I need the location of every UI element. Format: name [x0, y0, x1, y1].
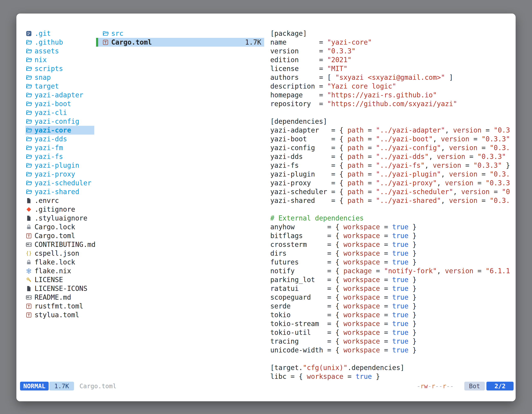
file-name: LICENSE	[35, 275, 63, 284]
preview-line: ratatui = { workspace = true }	[270, 284, 515, 293]
file-row[interactable]: yazi-adapter	[26, 91, 94, 99]
folder-open-icon	[26, 109, 32, 116]
file-row[interactable]: stylua.toml	[26, 310, 94, 319]
file-name: Cargo.toml	[35, 231, 75, 240]
file-name: README.md	[35, 293, 71, 302]
file-row[interactable]: yazi-config	[26, 117, 94, 126]
folder-open-icon	[26, 74, 32, 81]
preview-line: # External dependencies	[270, 214, 515, 222]
file-size-badge: 1.7K	[49, 382, 74, 390]
preview-line: tokio-util = { workspace = true }	[270, 328, 515, 337]
file-row[interactable]: yazi-cli	[26, 108, 94, 117]
file-row[interactable]: assets	[26, 47, 94, 55]
scroll-position-badge: Bot	[464, 382, 485, 390]
current-directory-pane[interactable]: srcCargo.toml1.7K	[96, 29, 264, 47]
preview-line: [dependencies]	[270, 117, 515, 126]
file-row[interactable]: flake.nix	[26, 267, 94, 275]
folder-open-icon	[26, 144, 32, 152]
lock-icon	[26, 259, 32, 266]
file-row[interactable]: LICENSE-ICONS	[26, 284, 94, 293]
file-row[interactable]: Cargo.toml	[26, 231, 94, 240]
file-row[interactable]: src	[96, 29, 264, 38]
markdown-icon	[26, 294, 32, 301]
file-name: stylua.toml	[35, 310, 79, 319]
file-row[interactable]: .envrc	[26, 196, 94, 205]
preview-line: yazi-dds = { path = "../yazi-dds", versi…	[270, 152, 515, 161]
preview-line: crossterm = { workspace = true }	[270, 240, 515, 249]
file-row[interactable]: yazi-proxy	[26, 170, 94, 179]
file-row[interactable]: .gitignore	[26, 205, 94, 214]
status-filename: Cargo.toml	[80, 383, 116, 390]
toml-icon	[26, 232, 32, 240]
folder-open-icon	[26, 65, 32, 72]
folder-open-icon	[26, 48, 32, 55]
file-name: yazi-boot	[35, 99, 71, 108]
file-row[interactable]: rustfmt.toml	[26, 302, 94, 310]
folder-open-icon	[26, 83, 32, 90]
file-name: yazi-fs	[35, 152, 63, 161]
file-row[interactable]: yazi-dds	[26, 135, 94, 143]
file-name: LICENSE-ICONS	[35, 284, 87, 293]
folder-open-icon	[26, 91, 32, 99]
file-row[interactable]: cspell.json	[26, 249, 94, 258]
file-row[interactable]: yazi-boot	[26, 99, 94, 108]
file-name: yazi-adapter	[35, 91, 83, 99]
file-row[interactable]: CONTRIBUTING.md	[26, 240, 94, 249]
file-name: yazi-shared	[35, 187, 79, 196]
file-icon	[26, 197, 32, 204]
file-row[interactable]: .git	[26, 29, 94, 38]
toml-icon	[26, 311, 32, 319]
cursor-position-badge: 2/2	[486, 382, 513, 390]
file-name: scripts	[35, 64, 63, 73]
preview-line: dirs = { workspace = true }	[270, 249, 515, 258]
file-name: .gitignore	[35, 205, 75, 214]
preview-line: version = "0.3.3"	[270, 47, 515, 55]
lock-icon	[26, 223, 32, 231]
preview-line: anyhow = { workspace = true }	[270, 222, 515, 231]
file-row[interactable]: target	[26, 82, 94, 91]
file-row[interactable]: scripts	[26, 64, 94, 73]
file-name: target	[35, 82, 59, 91]
parent-directory-pane[interactable]: .git.githubassetsnixscriptssnaptargetyaz…	[26, 29, 94, 319]
file-row[interactable]: yazi-plugin	[26, 161, 94, 170]
file-row[interactable]: snap	[26, 73, 94, 82]
file-row[interactable]: yazi-shared	[26, 187, 94, 196]
file-row[interactable]: README.md	[26, 293, 94, 302]
file-row[interactable]: LICENSE	[26, 275, 94, 284]
file-row[interactable]: flake.lock	[26, 258, 94, 267]
preview-line: repository = "https://github.com/sxyazi/…	[270, 99, 515, 108]
folder-open-icon	[26, 118, 32, 125]
preview-line: scopeguard = { workspace = true }	[270, 293, 515, 302]
folder-open-icon	[26, 188, 32, 195]
file-preview-pane[interactable]: [package]name = "yazi-core"version = "0.…	[270, 29, 515, 382]
file-row[interactable]: yazi-fs	[26, 152, 94, 161]
preview-line: yazi-boot = { path = "../yazi-boot", ver…	[270, 135, 515, 143]
folder-open-icon	[26, 135, 32, 143]
file-row[interactable]: yazi-scheduler	[26, 179, 94, 187]
folder-open-icon	[26, 56, 32, 64]
file-name: Cargo.lock	[35, 222, 75, 231]
file-name: Cargo.toml	[111, 38, 152, 47]
file-name: yazi-core	[35, 126, 71, 135]
markdown-icon	[26, 241, 32, 248]
preview-line: futures = { workspace = true }	[270, 258, 515, 267]
file-name: yazi-dds	[35, 135, 67, 143]
file-row[interactable]: Cargo.lock	[26, 222, 94, 231]
git-ignore-icon	[26, 206, 32, 213]
file-row[interactable]: yazi-fm	[26, 143, 94, 152]
file-row[interactable]: nix	[26, 55, 94, 64]
file-name: .styluaignore	[35, 214, 87, 222]
preview-line: yazi-shared = { path = "../yazi-shared",…	[270, 196, 515, 205]
file-name: yazi-plugin	[35, 161, 79, 170]
file-row[interactable]: yazi-core	[26, 126, 94, 135]
file-row[interactable]: Cargo.toml1.7K	[96, 38, 264, 47]
preview-line: yazi-proxy = { path = "../yazi-proxy", v…	[270, 179, 515, 187]
file-row[interactable]: .styluaignore	[26, 214, 94, 222]
file-name: nix	[35, 55, 47, 64]
file-row[interactable]: .github	[26, 38, 94, 47]
file-name: yazi-config	[35, 117, 79, 126]
file-name: yazi-cli	[35, 108, 67, 117]
preview-line: [target."cfg(unix)".dependencies]	[270, 363, 515, 372]
file-name: .envrc	[35, 196, 59, 205]
git-repo-icon	[26, 30, 32, 37]
